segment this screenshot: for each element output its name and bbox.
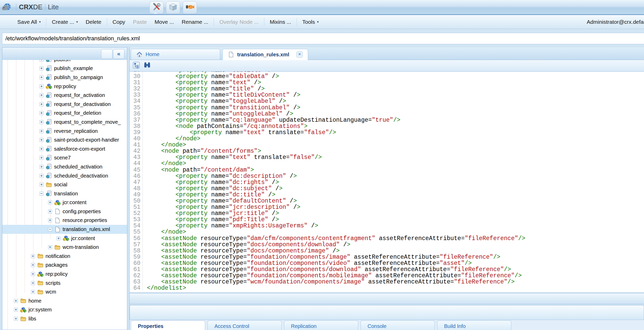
file-icon	[54, 208, 61, 214]
tree-node-wcm-translation[interactable]: +wcm-translation	[2, 243, 127, 252]
tree-node-packages[interactable]: +packages	[2, 261, 127, 270]
expand-icon[interactable]: +	[40, 156, 43, 160]
bottom-tab-replication[interactable]: Replication	[284, 320, 358, 330]
menu-item-save-all[interactable]: Save All▾	[13, 17, 44, 27]
expand-icon[interactable]: +	[48, 218, 52, 222]
tree-node-resource-properties[interactable]: +resource.properties	[2, 216, 127, 225]
collapse-panel-button[interactable]: «	[113, 49, 124, 59]
bottom-tab-access-control[interactable]: Access Control	[207, 320, 282, 330]
tree-node-scripts[interactable]: +scripts	[2, 279, 127, 288]
path-input[interactable]	[2, 33, 644, 44]
bottom-tab-console[interactable]: Console	[361, 320, 435, 330]
bottom-tab-properties[interactable]: Properties	[131, 320, 205, 330]
tree-node-translation-rules-xml[interactable]: −translation_rules.xml	[2, 225, 127, 234]
menu-item-move[interactable]: Move ...	[151, 17, 178, 27]
expand-icon[interactable]: +	[40, 174, 43, 178]
crx-launcher-button[interactable]	[183, 1, 197, 14]
tree-search-button[interactable]	[101, 49, 113, 59]
expand-icon[interactable]: +	[40, 129, 43, 133]
tree-node-label: saint-product-export-handler	[54, 137, 119, 143]
tree-node-publish-to-campaign[interactable]: +publish_to_campaign	[2, 73, 127, 82]
model-icon	[46, 155, 52, 161]
expand-icon[interactable]: +	[40, 165, 43, 169]
tree-node-notification[interactable]: +notification	[2, 252, 127, 261]
find-in-editor-button[interactable]	[143, 62, 151, 70]
expand-icon[interactable]: +	[48, 201, 52, 204]
expand-icon[interactable]: +	[48, 245, 52, 249]
tree-node-request-to-complete-move-[interactable]: +request_to_complete_move_	[2, 118, 127, 127]
expand-icon[interactable]: +	[57, 236, 61, 240]
code-text: <property name="pdf:Title" />	[143, 216, 279, 222]
tree-node-jcr-content[interactable]: +jcr:content	[2, 198, 127, 207]
expand-icon[interactable]: +	[40, 147, 43, 151]
close-tab-icon[interactable]: ×	[296, 51, 303, 58]
expand-icon[interactable]: +	[31, 263, 35, 267]
collapse-icon[interactable]: −	[48, 227, 52, 231]
code-line-46: 46 <property name="dc:description" />	[130, 173, 644, 179]
tree-node-label: scripts	[46, 280, 61, 286]
tree-node-libs[interactable]: +libs	[2, 314, 127, 323]
tree-node-wcm[interactable]: +wcm	[2, 287, 127, 296]
menu-item-copy[interactable]: Copy	[109, 17, 129, 27]
editor-toolbar	[130, 60, 644, 72]
code-line-33: 33 <property name="titleDivContent" />	[130, 92, 644, 98]
tree-node-request-for-deletion[interactable]: +request_for_deletion	[2, 109, 127, 118]
tree-node-scene7[interactable]: +scene7	[2, 154, 127, 163]
expand-icon[interactable]: +	[31, 290, 35, 294]
tree-node-translation[interactable]: −translation	[2, 189, 127, 198]
tree-node-salesforce-com-export[interactable]: +salesforce-com-export	[2, 144, 127, 154]
main-panel: Hometranslation_rules.xml× 29 <property …	[129, 47, 644, 330]
expand-icon[interactable]: +	[40, 60, 43, 62]
menu-item-delete[interactable]: Delete	[82, 17, 105, 27]
menu-item-create[interactable]: Create ...▾	[48, 17, 82, 27]
xml-code-editor[interactable]: 29 <property name="subtitle" />30 <prope…	[130, 72, 644, 293]
tree-node-home[interactable]: +home	[2, 296, 127, 305]
expand-icon[interactable]: +	[40, 138, 43, 142]
tree-node-config-properties[interactable]: +config.properties	[2, 207, 127, 216]
tree-node-request-for-activation[interactable]: +request_for_activation	[2, 91, 127, 100]
code-text: <property name="jcr:description" />	[143, 204, 301, 210]
refresh-button[interactable]	[2, 18, 11, 26]
tab-translation-rules-xml[interactable]: translation_rules.xml×	[222, 49, 308, 60]
tree-node-social[interactable]: +social	[2, 180, 127, 189]
menu-item-paste: Paste	[129, 17, 151, 27]
tree-node-publish[interactable]: +publish	[2, 60, 127, 64]
tree-node-scheduled-activation[interactable]: +scheduled_activation	[2, 162, 127, 171]
tree-node-request-for-deactivation[interactable]: +request_for_deactivation	[2, 100, 127, 109]
menu-separator	[297, 18, 297, 26]
expand-icon[interactable]: +	[40, 111, 43, 115]
expand-icon[interactable]: +	[14, 308, 18, 312]
collapse-icon[interactable]: −	[40, 192, 43, 196]
tree-node-jcr-system[interactable]: +jcr:system	[2, 305, 127, 314]
expand-icon[interactable]: +	[40, 120, 43, 124]
expand-icon[interactable]: +	[14, 299, 18, 303]
expand-icon[interactable]: +	[31, 281, 35, 285]
tree-node-reverse-replication[interactable]: +reverse_replication	[2, 127, 127, 136]
expand-icon[interactable]: +	[40, 66, 43, 70]
expand-icon[interactable]: +	[31, 272, 35, 276]
tree-node-publish-example[interactable]: +publish_example	[2, 64, 127, 73]
menu-item-tools[interactable]: Tools▾	[298, 17, 323, 27]
code-text: <assetNode resourceType="dam/cfm/compone…	[143, 235, 525, 241]
model-icon	[46, 119, 52, 125]
expand-icon[interactable]: +	[40, 75, 43, 79]
tab-home[interactable]: Home	[131, 49, 220, 60]
tree-node-scheduled-deactivation[interactable]: +scheduled_deactivation	[2, 171, 127, 180]
bottom-tab-build-info[interactable]: Build Info	[437, 320, 511, 330]
expand-icon[interactable]: +	[40, 85, 43, 88]
menu-item-rename[interactable]: Rename ...	[178, 17, 212, 27]
tree-node-jcr-content[interactable]: +jcr:content	[2, 234, 127, 243]
node-structure-button[interactable]	[132, 62, 140, 70]
package-manager-button[interactable]	[166, 1, 180, 14]
tree-node-saint-product-export-handler[interactable]: +saint-product-export-handler	[2, 135, 127, 144]
expand-icon[interactable]: +	[40, 93, 43, 97]
expand-icon[interactable]: +	[14, 317, 18, 321]
expand-icon[interactable]: +	[40, 183, 43, 187]
expand-icon[interactable]: +	[31, 254, 35, 258]
expand-icon[interactable]: +	[48, 210, 52, 213]
menu-item-mixins[interactable]: Mixins ...	[266, 17, 295, 27]
tree-node-rep-policy[interactable]: +rep:policy	[2, 270, 127, 279]
tree-node-rep-policy[interactable]: +rep:policy	[2, 82, 127, 91]
expand-icon[interactable]: +	[40, 102, 43, 106]
code-text: <property name="text" />	[143, 79, 261, 86]
